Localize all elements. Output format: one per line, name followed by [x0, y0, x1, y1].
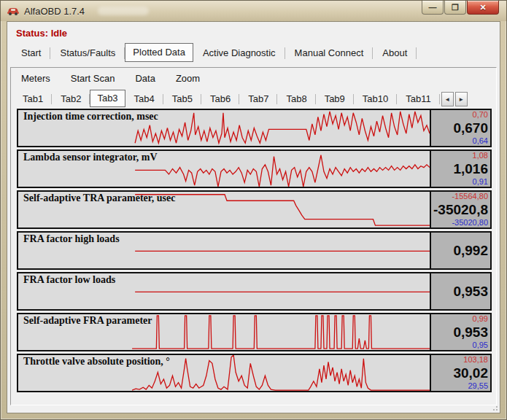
parameter-label: Self-adaptive TRA parameter, usec — [23, 192, 175, 204]
current-value: 0,953 — [433, 324, 488, 340]
chart-strip-7[interactable]: Throttle valve absolute position, °103,1… — [17, 354, 492, 392]
min-value — [433, 259, 488, 268]
menu-item-meters[interactable]: Meters — [21, 73, 50, 84]
main-tab-manual-connect[interactable]: Manual Connect — [285, 44, 374, 62]
window-title: AlfaOBD 1.7.4 — [24, 6, 85, 17]
chart-strips: Injection time correction, msec0,700,670… — [11, 107, 496, 392]
data-tab-tab8[interactable]: Tab8 — [277, 91, 315, 107]
value-panel: -15564,80-35020,80-35020,80 — [430, 192, 490, 228]
min-value: 0,91 — [433, 177, 488, 187]
main-tab-start[interactable]: Start — [12, 44, 50, 62]
menu-item-zoom[interactable]: Zoom — [176, 73, 200, 84]
current-value: -35020,80 — [433, 202, 488, 217]
value-panel: 103,1830,0229,55 — [430, 355, 490, 391]
car-icon — [7, 6, 20, 16]
max-value — [433, 233, 488, 241]
app-window: AlfaOBD 1.7.4 — ❐ ✕ Status: Idle StartSt… — [0, 0, 507, 420]
parameter-label: Injection time correction, msec — [23, 111, 158, 122]
value-panel: 0,700,6700,64 — [430, 110, 490, 146]
max-value: 0,70 — [433, 110, 488, 119]
maximize-button[interactable]: ❐ — [444, 1, 466, 15]
chart-strip-5[interactable]: FRA factor low loads0,953 — [17, 272, 492, 311]
tab-scroll-left-icon[interactable]: ◄ — [441, 92, 454, 106]
data-tab-tab6[interactable]: Tab6 — [201, 91, 239, 107]
min-value: 0,95 — [433, 341, 488, 350]
max-value — [433, 273, 488, 282]
main-tab-status-faults[interactable]: Status/Faults — [50, 44, 125, 62]
data-tab-tab7[interactable]: Tab7 — [239, 91, 277, 107]
current-value: 0,953 — [433, 284, 488, 299]
menu-item-data[interactable]: Data — [135, 73, 155, 84]
menu-item-start-scan[interactable]: Start Scan — [71, 73, 115, 84]
data-tab-tab3[interactable]: Tab3 — [90, 90, 125, 107]
max-value: 1,08 — [433, 151, 488, 160]
min-value — [433, 300, 488, 309]
plotted-data-panel: MetersStart ScanDataZoom Tab1Tab2Tab3Tab… — [10, 67, 497, 405]
parameter-label: FRA factor low loads — [23, 274, 115, 286]
chart-strip-2[interactable]: Lambda sensor integrator, mV1,081,0160,9… — [17, 149, 492, 188]
value-panel: 0,953 — [430, 273, 490, 309]
main-tab-plotted-data[interactable]: Plotted Data — [125, 43, 193, 62]
data-tab-tab1[interactable]: Tab1 — [14, 91, 52, 107]
main-tab-bar: StartStatus/FaultsPlotted DataActive Dia… — [7, 42, 500, 62]
tab-scroll-right-icon[interactable]: ► — [455, 92, 468, 106]
min-value: 29,55 — [433, 381, 488, 391]
parameter-label: Self-adaptive FRA parameter — [23, 315, 152, 327]
max-value: -15564,80 — [433, 192, 488, 201]
current-value: 1,016 — [433, 161, 488, 176]
value-panel: 1,081,0160,91 — [430, 151, 490, 187]
current-value: 30,02 — [433, 365, 488, 381]
status-text: Status: Idle — [7, 22, 500, 42]
resize-grip[interactable] — [491, 404, 498, 411]
data-tab-tab5[interactable]: Tab5 — [163, 91, 201, 107]
value-panel: 0,990,9530,95 — [430, 314, 490, 350]
chart-strip-3[interactable]: Self-adaptive TRA parameter, usec-15564,… — [17, 190, 492, 229]
parameter-label: Throttle valve absolute position, ° — [23, 356, 170, 368]
chart-strip-1[interactable]: Injection time correction, msec0,700,670… — [17, 109, 492, 147]
client-area: Status: Idle StartStatus/FaultsPlotted D… — [7, 21, 500, 413]
data-tab-bar: Tab1Tab2Tab3Tab4Tab5Tab6Tab7Tab8Tab9Tab1… — [11, 88, 496, 107]
data-tab-tab11[interactable]: Tab11 — [397, 91, 439, 107]
current-value: 0,992 — [433, 243, 488, 258]
current-value: 0,670 — [433, 120, 488, 136]
max-value: 103,18 — [433, 355, 488, 364]
close-button[interactable]: ✕ — [467, 1, 499, 15]
plot-menu-bar: MetersStart ScanDataZoom — [11, 68, 496, 88]
chart-strip-6[interactable]: Self-adaptive FRA parameter0,990,9530,95 — [17, 313, 492, 351]
parameter-label: FRA factor high loads — [23, 233, 120, 245]
background-window-blur — [98, 7, 149, 15]
value-panel: 0,992 — [430, 233, 490, 268]
minimize-button[interactable]: — — [422, 1, 444, 15]
data-tab-tab10[interactable]: Tab10 — [354, 91, 397, 107]
min-value: 0,64 — [433, 136, 488, 146]
max-value: 0,99 — [433, 314, 488, 323]
data-tab-tab4[interactable]: Tab4 — [125, 91, 163, 107]
chart-strip-4[interactable]: FRA factor high loads0,992 — [17, 231, 492, 270]
data-tab-tab9[interactable]: Tab9 — [316, 91, 354, 107]
main-tab-active-diagnostic[interactable]: Active Diagnostic — [193, 44, 285, 62]
title-bar[interactable]: AlfaOBD 1.7.4 — ❐ ✕ — [1, 1, 506, 21]
data-tab-tab2[interactable]: Tab2 — [52, 91, 90, 107]
min-value: -35020,80 — [433, 218, 488, 228]
main-tab-about[interactable]: About — [373, 44, 417, 62]
parameter-label: Lambda sensor integrator, mV — [23, 152, 158, 163]
